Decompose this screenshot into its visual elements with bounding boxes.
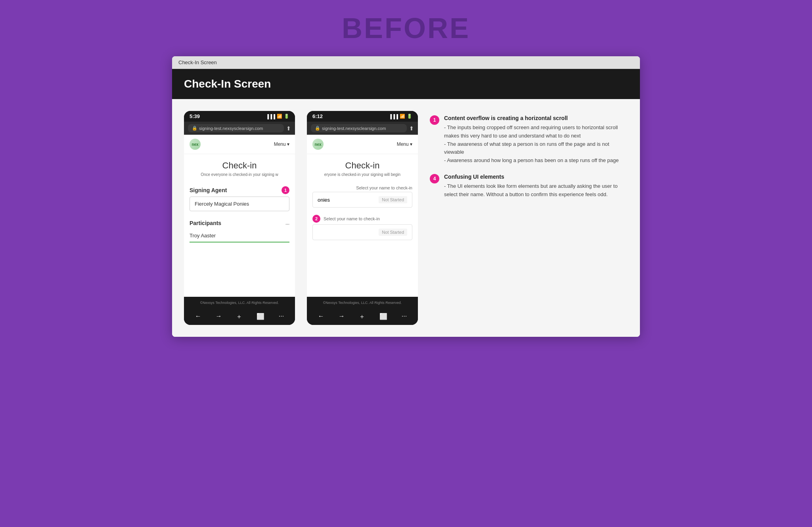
participants-label-left: Participants ... bbox=[184, 216, 295, 229]
signal-icon-right: ▐▐▐ bbox=[389, 114, 398, 119]
back-button-right[interactable]: ← bbox=[318, 313, 324, 321]
add-tab-button-left[interactable]: ＋ bbox=[236, 313, 242, 321]
before-label: BEFORE bbox=[342, 12, 470, 44]
wifi-icon: 📶 bbox=[277, 114, 282, 119]
logo-icon-left: nex bbox=[190, 139, 201, 150]
phone-left-statusbar: 5:39 ▐▐▐ 📶 🔋 bbox=[184, 111, 295, 122]
select-label-2-right: Select your name to check-in bbox=[324, 216, 380, 221]
select-label-1-right: Select your name to check-in bbox=[307, 182, 418, 192]
checkin-title-left: Check-in bbox=[184, 154, 295, 172]
checkin-title-right: Check-in bbox=[307, 154, 418, 172]
note-item-4: 4 Confusing UI elements - The UI element… bbox=[430, 174, 628, 199]
signing-agent-label-left: Signing Agent 1 bbox=[184, 182, 295, 197]
url-text-right: signing-test.nexsysclearsign.com bbox=[322, 126, 386, 131]
note-item-1: 1 Content overflow is creating a horizon… bbox=[430, 115, 628, 165]
checkin-sub-right: eryone is checked-in your signing will b… bbox=[307, 172, 418, 182]
phone-right-footer: ©Nexsys Technologies, LLC. All Rights Re… bbox=[307, 297, 418, 309]
phone-right-bottom-nav: ← → ＋ ⬜ ··· bbox=[307, 309, 418, 325]
more-button-right[interactable]: ··· bbox=[402, 313, 407, 321]
phone-left: 5:39 ▐▐▐ 📶 🔋 🔒 signing-test.nexsysclears… bbox=[184, 111, 295, 325]
share-button-left[interactable]: ⬆ bbox=[286, 125, 291, 132]
signing-agent-input-left[interactable]: Fiercely Magical Ponies bbox=[190, 197, 289, 211]
window-frame: Check-In Screen Check-In Screen 5:39 ▐▐▐… bbox=[172, 56, 640, 337]
url-pill-left[interactable]: 🔒 signing-test.nexsysclearsign.com bbox=[188, 124, 284, 132]
note-number-1: 1 bbox=[430, 115, 439, 125]
phone-right: 6:12 ▐▐▐ 📶 🔋 🔒 signing-test.nexsysclears… bbox=[307, 111, 418, 325]
battery-icon-right: 🔋 bbox=[407, 114, 412, 119]
window-content: 5:39 ▐▐▐ 📶 🔋 🔒 signing-test.nexsysclears… bbox=[172, 99, 640, 337]
phone-left-logo: nex bbox=[190, 139, 201, 150]
forward-button-left[interactable]: → bbox=[216, 313, 222, 321]
agent-select-row-right[interactable]: onies Not Started bbox=[312, 192, 412, 208]
note-title-4: Confusing UI elements bbox=[444, 174, 628, 180]
badge-2-right: 2 bbox=[312, 215, 320, 223]
tabs-button-left[interactable]: ⬜ bbox=[257, 313, 264, 321]
phone-right-time: 6:12 bbox=[312, 113, 323, 119]
phone-right-urlbar: 🔒 signing-test.nexsysclearsign.com ⬆ bbox=[307, 122, 418, 135]
forward-button-right[interactable]: → bbox=[339, 313, 345, 321]
signal-icon: ▐▐▐ bbox=[266, 114, 275, 119]
phone-left-bottom-nav: ← → ＋ ⬜ ··· bbox=[184, 309, 295, 325]
phone-right-nav: nex Menu ▾ bbox=[307, 135, 418, 154]
menu-button-left[interactable]: Menu ▾ bbox=[274, 141, 289, 147]
url-pill-right[interactable]: 🔒 signing-test.nexsysclearsign.com bbox=[311, 124, 407, 132]
add-tab-button-right[interactable]: ＋ bbox=[359, 313, 365, 321]
note-title-1: Content overflow is creating a horizonta… bbox=[444, 115, 628, 121]
note-body-4: - The UI elements look like form element… bbox=[444, 182, 628, 199]
status-icons-right: ▐▐▐ 📶 🔋 bbox=[389, 114, 412, 119]
more-button-left[interactable]: ··· bbox=[279, 313, 284, 321]
agent-status-badge: Not Started bbox=[379, 196, 407, 203]
participant-select-header: 2 Select your name to check-in bbox=[307, 212, 418, 224]
wifi-icon-right: 📶 bbox=[400, 114, 405, 119]
note-number-4: 4 bbox=[430, 174, 439, 183]
menu-button-right[interactable]: Menu ▾ bbox=[397, 141, 412, 147]
back-button-left[interactable]: ← bbox=[195, 313, 201, 321]
window-header: Check-In Screen bbox=[172, 69, 640, 99]
window-header-title: Check-In Screen bbox=[184, 78, 271, 90]
phone-left-body: nex Menu ▾ Check-in Once everyone is che… bbox=[184, 135, 295, 297]
agent-value-right: onies bbox=[318, 197, 330, 203]
tabs-button-right[interactable]: ⬜ bbox=[379, 313, 387, 321]
participants-input-left[interactable]: Troy Aaster bbox=[190, 229, 289, 242]
status-icons-left: ▐▐▐ 📶 🔋 bbox=[266, 114, 289, 119]
share-button-right[interactable]: ⬆ bbox=[409, 125, 414, 132]
note-content-1: Content overflow is creating a horizonta… bbox=[444, 115, 628, 165]
lock-icon-right: 🔒 bbox=[315, 126, 320, 131]
note-body-1: - The inputs being cropped off screen an… bbox=[444, 124, 628, 165]
window-titlebar: Check-In Screen bbox=[172, 56, 640, 69]
checkin-sub-left: Once everyone is checked-in your signing… bbox=[184, 172, 295, 182]
phone-left-time: 5:39 bbox=[190, 113, 200, 119]
participant-status-badge: Not Started bbox=[379, 229, 407, 236]
battery-icon: 🔋 bbox=[284, 114, 289, 119]
url-text-left: signing-test.nexsysclearsign.com bbox=[199, 126, 263, 131]
logo-icon-right: nex bbox=[312, 139, 324, 150]
notes-panel: 1 Content overflow is creating a horizon… bbox=[430, 111, 628, 325]
phone-right-body: nex Menu ▾ Check-in eryone is checked-in… bbox=[307, 135, 418, 297]
window-title: Check-In Screen bbox=[178, 59, 217, 65]
phone-right-logo: nex bbox=[312, 139, 324, 150]
phone-right-statusbar: 6:12 ▐▐▐ 📶 🔋 bbox=[307, 111, 418, 122]
phone-left-nav: nex Menu ▾ bbox=[184, 135, 295, 154]
lock-icon-left: 🔒 bbox=[192, 126, 197, 131]
participants-count-left: ... bbox=[285, 220, 289, 226]
badge-1-left: 1 bbox=[282, 186, 289, 194]
participant-select-row-right[interactable]: Not Started bbox=[312, 224, 412, 240]
note-content-4: Confusing UI elements - The UI elements … bbox=[444, 174, 628, 199]
phone-left-urlbar: 🔒 signing-test.nexsysclearsign.com ⬆ bbox=[184, 122, 295, 135]
phone-left-footer: ©Nexsys Technologies, LLC. All Rights Re… bbox=[184, 297, 295, 309]
